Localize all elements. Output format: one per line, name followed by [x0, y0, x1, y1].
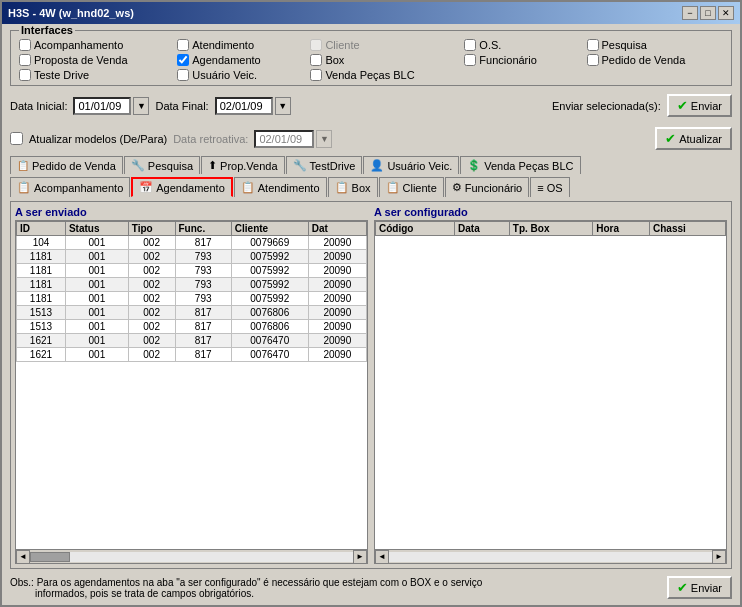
tab-cliente-icon: 📋 — [386, 181, 400, 194]
col-func: Func. — [175, 222, 231, 236]
checkbox-funcionario[interactable]: Funcionário — [464, 54, 574, 66]
table-cell: 001 — [65, 264, 128, 278]
table-cell: 1181 — [17, 264, 66, 278]
table-cell: 0075992 — [231, 250, 308, 264]
checkbox-usuario-veic[interactable]: Usuário Veic. — [177, 69, 298, 81]
data-final-input[interactable] — [215, 97, 273, 115]
tab-cliente-label: Cliente — [403, 182, 437, 194]
checkbox-teste-drive[interactable]: Teste Drive — [19, 69, 165, 81]
checkbox-agendamento-input[interactable] — [177, 54, 189, 66]
table-row[interactable]: 1181001002793007599220090 — [17, 250, 367, 264]
checkbox-atendimento[interactable]: Atendimento — [177, 39, 298, 51]
left-table-scroll[interactable]: ID Status Tipo Func. Cliente Dat 1040010… — [16, 221, 367, 549]
bottom-enviar-button[interactable]: ✔ Enviar — [667, 576, 732, 599]
table-cell: 1181 — [17, 250, 66, 264]
data-retroativa-label: Data retroativa: — [173, 133, 248, 145]
checkbox-acompanhamento-label: Acompanhamento — [34, 39, 123, 51]
checkbox-agendamento[interactable]: Agendamento — [177, 54, 298, 66]
maximize-button[interactable]: □ — [700, 6, 716, 20]
table-row[interactable]: 1181001002793007599220090 — [17, 264, 367, 278]
tab-row-1: 📋 Pedido de Venda 🔧 Pesquisa ⬆ Prop.Vend… — [10, 156, 732, 174]
table-cell: 002 — [128, 236, 175, 250]
checkbox-proposta-input[interactable] — [19, 54, 31, 66]
checkbox-pedido-venda-label: Pedido de Venda — [602, 54, 686, 66]
atualizar-checkbox[interactable] — [10, 132, 23, 145]
left-panel-title: A ser enviado — [15, 206, 368, 220]
tab-venda-pecas-blc[interactable]: 💲 Venda Peças BLC — [460, 156, 580, 174]
left-scroll-right[interactable]: ► — [353, 550, 367, 564]
table-cell: 20090 — [308, 334, 366, 348]
minimize-button[interactable]: − — [682, 6, 698, 20]
data-inicial-input[interactable] — [73, 97, 131, 115]
tab-cliente[interactable]: 📋 Cliente — [379, 177, 444, 197]
table-row[interactable]: 1181001002793007599220090 — [17, 278, 367, 292]
data-inicial-dropdown[interactable]: ▼ — [133, 97, 149, 115]
table-row[interactable]: 1513001002817007680620090 — [17, 320, 367, 334]
left-scroll-left[interactable]: ◄ — [16, 550, 30, 564]
right-scroll-right[interactable]: ► — [712, 550, 726, 564]
tab-box[interactable]: 📋 Box — [328, 177, 378, 197]
tab-prop-venda[interactable]: ⬆ Prop.Venda — [201, 156, 285, 174]
checkbox-teste-drive-input[interactable] — [19, 69, 31, 81]
tab-pedido-venda[interactable]: 📋 Pedido de Venda — [10, 156, 123, 174]
checkbox-box[interactable]: Box — [310, 54, 452, 66]
table-cell: 002 — [128, 292, 175, 306]
checkbox-pesquisa-input[interactable] — [587, 39, 599, 51]
tab-usuario-veic[interactable]: 👤 Usuário Veic. — [363, 156, 459, 174]
tab-testdrive[interactable]: 🔧 TestDrive — [286, 156, 363, 174]
checkbox-usuario-veic-input[interactable] — [177, 69, 189, 81]
tab-funcionario[interactable]: ⚙ Funcionário — [445, 177, 529, 197]
checkbox-proposta[interactable]: Proposta de Venda — [19, 54, 165, 66]
enviar-selecionadas-button[interactable]: ✔ Enviar — [667, 94, 732, 117]
table-cell: 0075992 — [231, 292, 308, 306]
checkbox-acompanhamento[interactable]: Acompanhamento — [19, 39, 165, 51]
table-cell: 001 — [65, 278, 128, 292]
right-scroll-track — [389, 552, 712, 562]
checkbox-acompanhamento-input[interactable] — [19, 39, 31, 51]
right-table: Código Data Tp. Box Hora Chassi — [375, 221, 726, 236]
checkbox-atendimento-input[interactable] — [177, 39, 189, 51]
tab-pesquisa[interactable]: 🔧 Pesquisa — [124, 156, 200, 174]
checkbox-venda-pecas[interactable]: Venda Peças BLC — [310, 69, 452, 81]
checkbox-pesquisa[interactable]: Pesquisa — [587, 39, 723, 51]
checkbox-box-input[interactable] — [310, 54, 322, 66]
checkbox-pedido-venda-input[interactable] — [587, 54, 599, 66]
tab-agendamento[interactable]: 📅 Agendamento — [131, 177, 233, 197]
table-row[interactable]: 1181001002793007599220090 — [17, 292, 367, 306]
right-table-header: Código Data Tp. Box Hora Chassi — [376, 222, 726, 236]
data-retroativa-dropdown[interactable]: ▼ — [316, 130, 332, 148]
tab-os[interactable]: ≡ OS — [530, 177, 569, 197]
checkbox-cliente-input[interactable] — [310, 39, 322, 51]
right-scrollbar-h[interactable]: ◄ ► — [375, 549, 726, 563]
checkbox-cliente[interactable]: Cliente — [310, 39, 452, 51]
table-cell: 002 — [128, 250, 175, 264]
tab-box-label: Box — [352, 182, 371, 194]
tab-prop-venda-icon: ⬆ — [208, 159, 217, 172]
table-cell: 104 — [17, 236, 66, 250]
left-scroll-thumb[interactable] — [30, 552, 70, 562]
tab-venda-pecas-blc-label: Venda Peças BLC — [484, 160, 573, 172]
table-row[interactable]: 104001002817007966920090 — [17, 236, 367, 250]
tab-acompanhamento[interactable]: 📋 Acompanhamento — [10, 177, 130, 197]
table-cell: 002 — [128, 348, 175, 362]
table-row[interactable]: 1621001002817007647020090 — [17, 348, 367, 362]
left-scrollbar-h[interactable]: ◄ ► — [16, 549, 367, 563]
checkbox-funcionario-input[interactable] — [464, 54, 476, 66]
table-row[interactable]: 1621001002817007647020090 — [17, 334, 367, 348]
table-row[interactable]: 1513001002817007680620090 — [17, 306, 367, 320]
tab-acompanhamento-label: Acompanhamento — [34, 182, 123, 194]
tab-venda-pecas-blc-icon: 💲 — [467, 159, 481, 172]
data-retroativa-input[interactable] — [254, 130, 314, 148]
bottom-enviar-check-icon: ✔ — [677, 580, 688, 595]
atualizar-button[interactable]: ✔ Atualizar — [655, 127, 732, 150]
checkbox-pedido-venda[interactable]: Pedido de Venda — [587, 54, 723, 66]
tab-atendimento[interactable]: 📋 Atendimento — [234, 177, 327, 197]
right-table-scroll[interactable]: Código Data Tp. Box Hora Chassi — [375, 221, 726, 549]
checkbox-os[interactable]: O.S. — [464, 39, 574, 51]
col-codigo: Código — [376, 222, 455, 236]
close-button[interactable]: ✕ — [718, 6, 734, 20]
checkbox-os-input[interactable] — [464, 39, 476, 51]
checkbox-venda-pecas-input[interactable] — [310, 69, 322, 81]
right-scroll-left[interactable]: ◄ — [375, 550, 389, 564]
data-final-dropdown[interactable]: ▼ — [275, 97, 291, 115]
